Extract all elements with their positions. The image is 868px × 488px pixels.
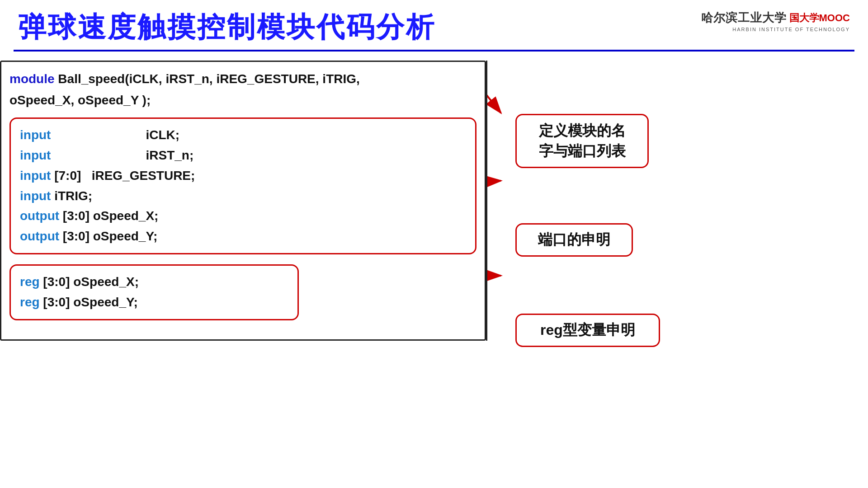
code-output-speedy: output [3:0] oSpeed_Y; [20,226,466,247]
vertical-divider [486,61,487,341]
separator-line [14,50,854,52]
code-input-iclk: input iCLK; [20,125,466,145]
title-area: 弹球速度触摸控制模块代码分析 哈尔滨工业大学 国大学MOOC HARBIN IN… [0,0,868,46]
code-input-irst: input iRST_n; [20,145,466,166]
module-declaration: module Ball_speed(iCLK, iRST_n, iREG_GES… [9,70,476,89]
irst-decl: iRST_n; [54,148,193,162]
keyword-module: module [9,72,58,86]
logo-area: 哈尔滨工业大学 国大学MOOC HARBIN INSTITUTE OF TECH… [701,10,850,32]
annotation-port: 端口的申明 [515,223,633,257]
outer-code-box: module Ball_speed(iCLK, iRST_n, iREG_GES… [0,61,486,341]
input-output-box: input iCLK; input iRST_n; input [7:0] iR… [9,117,476,254]
logo-mooc: 国大学MOOC [789,11,850,25]
code-input-itrig: input iTRIG; [20,186,466,206]
code-reg-speedy: reg [3:0] oSpeed_Y; [20,292,288,313]
code-input-gesture: input [7:0] iREG_GESTURE; [20,166,466,186]
reg-speedx-decl: [3:0] oSpeed_X; [43,275,139,289]
code-output-speedx: output [3:0] oSpeed_X; [20,206,466,226]
module-declaration-line2: oSpeed_X, oSpeed_Y ); [9,91,476,110]
code-reg-speedx: reg [3:0] oSpeed_X; [20,272,288,292]
annotation-module: 定义模块的名字与端口列表 [515,114,649,168]
ann1-text: 定义模块的名字与端口列表 [539,122,626,159]
ann2-text: 端口的申明 [538,231,610,248]
kw-output-1: output [20,209,59,223]
kw-input-3: input [20,169,51,183]
reg-box: reg [3:0] oSpeed_X; reg [3:0] oSpeed_Y; [9,264,299,320]
module-name-ports1: Ball_speed(iCLK, iRST_n, iREG_GESTURE, i… [58,72,359,86]
gesture-decl: [7:0] iREG_GESTURE; [54,169,195,183]
iclk-decl: iCLK; [54,128,179,142]
kw-reg-1: reg [20,275,40,289]
speedy-decl: [3:0] oSpeed_Y; [63,229,158,243]
kw-input-1: input [20,128,51,142]
kw-reg-2: reg [20,295,40,309]
logo-subtitle: HARBIN INSTITUTE OF TECHNOLOGY [732,27,850,32]
module-ports2: oSpeed_X, oSpeed_Y ); [9,93,151,107]
ann3-text: reg型变量申明 [540,322,635,338]
annotation-reg: reg型变量申明 [515,314,660,347]
page-title: 弹球速度触摸控制模块代码分析 [18,8,436,46]
logo-university: 哈尔滨工业大学 [701,10,787,26]
kw-input-2: input [20,148,51,162]
reg-speedy-decl: [3:0] oSpeed_Y; [43,295,138,309]
itrig-decl: iTRIG; [54,189,92,203]
kw-input-4: input [20,189,51,203]
kw-output-2: output [20,229,59,243]
speedx-decl: [3:0] oSpeed_X; [63,209,159,223]
main-content: module Ball_speed(iCLK, iRST_n, iREG_GES… [0,61,868,341]
